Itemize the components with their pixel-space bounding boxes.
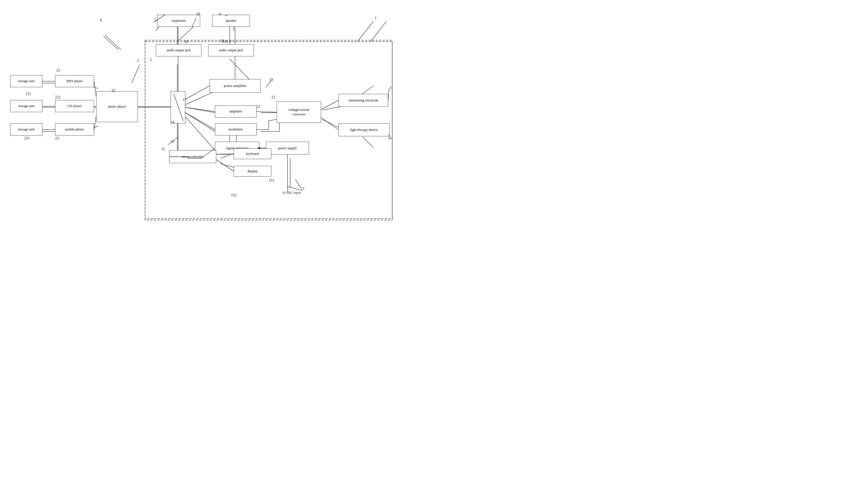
svg-line-35: [132, 64, 140, 83]
label-ref14: 14: [170, 120, 174, 125]
label-ref19: 19: [270, 78, 273, 82]
svg-line-14: [185, 107, 215, 113]
svg-line-16: [185, 117, 215, 150]
box-audio-output-jack-2: audio output jack: [208, 44, 254, 56]
svg-line-55: [185, 86, 210, 99]
box-connector: [170, 91, 185, 124]
box-voltage-current-converter: voltage/current converter: [277, 101, 321, 123]
box-mobile-phone: mobile phone: [55, 124, 94, 136]
box-cd-player: CD player: [55, 100, 94, 112]
box-speaker: speaker: [212, 15, 250, 27]
label-ref4: 4: [390, 136, 392, 140]
label-ref13: 13: [271, 95, 275, 100]
box-keyboard: keyboard: [234, 148, 271, 159]
label-ref2b: 2: [137, 59, 139, 63]
box-mp3-player: MP3 player: [55, 75, 94, 87]
box-display: display: [234, 166, 271, 176]
label-ref18: 18: [220, 39, 224, 43]
svg-line-30: [220, 164, 235, 168]
label-A: A: [99, 18, 102, 23]
box-power-supply: power supply: [266, 142, 309, 155]
label-ref231: 231: [24, 136, 30, 141]
box-audio-output-jack-1: audio output jack: [156, 44, 202, 56]
label-ref18b: 18: [184, 40, 188, 44]
svg-line-42: [174, 94, 183, 121]
label-ref3: 3: [390, 86, 392, 90]
svg-line-15: [185, 113, 215, 132]
label-ref2: 2: [150, 58, 152, 62]
svg-line-13: [185, 91, 215, 105]
box-stimulating-electrode: stimulating electrode: [339, 94, 388, 107]
box-modulator: modulator: [215, 124, 256, 136]
svg-line-74: [388, 89, 389, 100]
label-ref17: 17: [183, 98, 186, 102]
box-light-therapy-device: light therapy device: [339, 124, 390, 136]
label-ref16: 16: [170, 139, 174, 144]
svg-line-37: [363, 137, 373, 147]
svg-line-65: [256, 112, 277, 112]
svg-line-78: [287, 186, 302, 191]
label-ref21: 21: [56, 68, 60, 73]
box-storage-unit-3: storage unit: [10, 124, 42, 136]
svg-line-34: [357, 22, 373, 42]
diagram: A 1 2 earphones speaker audio output jac…: [0, 0, 434, 240]
label-ref6: 6: [219, 12, 221, 16]
label-acdc-input: AC/DC input: [282, 191, 301, 195]
svg-line-10: [177, 27, 193, 42]
label-ref11: 11: [301, 186, 304, 191]
label-ref5: 5: [154, 18, 156, 23]
box-storage-unit-1: storage unit: [10, 75, 42, 87]
box-power-amplifier: power amplifier: [210, 79, 260, 93]
svg-line-57: [185, 113, 215, 130]
label-ref12: 12: [256, 105, 260, 109]
label-ref152: 152: [231, 193, 237, 198]
label-ref18: 18: [196, 12, 200, 16]
svg-line-61: [216, 160, 234, 171]
label-ref22: 22: [112, 89, 115, 93]
svg-line-47: [94, 81, 96, 97]
label-ref211: 211: [26, 92, 31, 96]
svg-line-49: [94, 117, 96, 130]
svg-line-68: [269, 119, 277, 121]
box-music-player: music player: [96, 91, 138, 122]
box-storage-unit-2: storage unit: [10, 100, 42, 112]
svg-line-73: [371, 22, 386, 42]
svg-line-56: [185, 107, 215, 112]
label-ref23: 23: [55, 136, 59, 141]
box-microcontroller: microcontroller: [169, 150, 216, 163]
label-ref151: 151: [269, 178, 274, 183]
svg-line-70: [321, 117, 339, 130]
label-ref221: 221: [55, 95, 61, 100]
svg-line-69: [321, 100, 339, 109]
label-ref15: 15: [161, 147, 165, 151]
label-ref1: 1: [375, 16, 377, 21]
svg-line-40: [296, 180, 301, 188]
box-earphones: earphones: [157, 15, 200, 27]
box-amplifier: amplifier: [215, 105, 256, 117]
svg-line-33: [103, 36, 118, 49]
svg-line-72: [105, 35, 121, 49]
